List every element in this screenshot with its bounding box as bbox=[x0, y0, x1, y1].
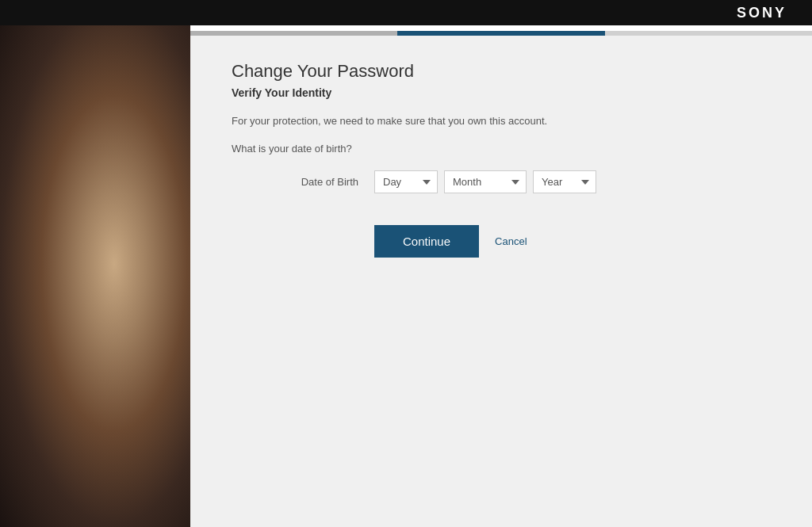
cancel-link[interactable]: Cancel bbox=[495, 235, 527, 247]
main-panel: Verify E-mail Address Verify Identity Cr… bbox=[190, 0, 812, 527]
month-select[interactable]: Month JanuaryFebruaryMarchApril MayJuneJ… bbox=[444, 170, 527, 193]
dob-form-row: Date of Birth Day 12345 678910 111213141… bbox=[232, 170, 771, 193]
description-text: For your protection, we need to make sur… bbox=[232, 115, 771, 127]
progress-segment-3 bbox=[605, 31, 812, 36]
day-select[interactable]: Day 12345 678910 1112131415 1617181920 2… bbox=[374, 170, 438, 193]
content-area: Change Your Password Verify Your Identit… bbox=[190, 36, 812, 283]
progress-track bbox=[190, 31, 812, 36]
dob-label: Date of Birth bbox=[232, 176, 374, 188]
dob-selects: Day 12345 678910 1112131415 1617181920 2… bbox=[374, 170, 596, 193]
page-subtitle: Verify Your Identity bbox=[232, 86, 771, 99]
sony-logo: SONY bbox=[737, 5, 787, 21]
page-title: Change Your Password bbox=[232, 61, 771, 82]
top-bar: SONY bbox=[0, 0, 812, 25]
buttons-row: Continue Cancel bbox=[232, 225, 771, 258]
year-select[interactable]: Year 1920193019401950 1960197019801990 2… bbox=[533, 170, 596, 193]
progress-segment-1 bbox=[190, 31, 397, 36]
continue-button[interactable]: Continue bbox=[374, 225, 479, 258]
progress-segment-2 bbox=[397, 31, 604, 36]
question-text: What is your date of birth? bbox=[232, 143, 771, 155]
background-image bbox=[0, 0, 190, 527]
